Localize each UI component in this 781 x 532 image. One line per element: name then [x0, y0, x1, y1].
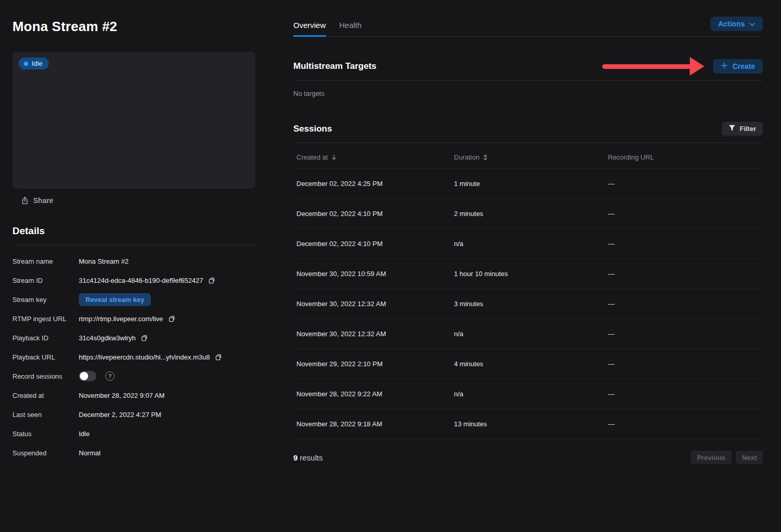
- session-row[interactable]: November 30, 2022 12:32 AM n/a —: [293, 319, 763, 349]
- session-row[interactable]: November 29, 2022 2:10 PM 4 minutes —: [293, 349, 763, 379]
- column-header-recording-url: Recording URL: [608, 153, 654, 161]
- column-header-created-at[interactable]: Created at: [296, 153, 336, 161]
- sessions-table-footer: 9 results Previous Next: [293, 451, 763, 464]
- copy-icon[interactable]: [168, 315, 175, 322]
- create-target-label: Create: [732, 62, 755, 70]
- detail-row-playback-id: Playback ID 31c4s0gdkw3wlryh: [12, 328, 255, 348]
- status-value: Idle: [79, 430, 90, 438]
- sessions-header: Sessions Filter: [293, 122, 763, 136]
- detail-row-playback-url: Playback URL https://livepeercdn.studio/…: [12, 348, 255, 367]
- detail-label: Playback ID: [12, 334, 79, 342]
- reveal-stream-key-button[interactable]: Reveal stream key: [79, 293, 151, 306]
- annotation-arrow-shaft: [602, 64, 690, 69]
- tabs-bar: Overview Health Actions: [293, 0, 763, 37]
- detail-row-created-at: Created at November 28, 2022 9:07 AM: [12, 386, 255, 405]
- toggle-knob: [80, 372, 88, 380]
- playback-url-value: https://livepeercdn.studio/hl...yh/index…: [79, 353, 210, 361]
- detail-label: Suspended: [12, 449, 79, 457]
- session-row[interactable]: November 30, 2022 12:32 AM 3 minutes —: [293, 289, 763, 319]
- results-label: results: [300, 453, 323, 462]
- session-recording-url: —: [608, 180, 763, 188]
- actions-button[interactable]: Actions: [711, 17, 763, 31]
- details-heading: Details: [12, 225, 255, 237]
- filter-button[interactable]: Filter: [722, 122, 763, 136]
- playback-id-value: 31c4s0gdkw3wlryh: [79, 334, 136, 342]
- created-at-value: November 28, 2022 9:07 AM: [79, 392, 165, 399]
- session-duration: 13 minutes: [454, 420, 608, 428]
- session-duration: n/a: [454, 240, 608, 248]
- stream-name-value: Mona Stream #2: [79, 257, 129, 265]
- stream-id-value: 31c4124d-edca-4846-b190-def9ef652427: [79, 277, 203, 284]
- help-icon[interactable]: ?: [105, 371, 115, 381]
- session-row[interactable]: December 02, 2022 4:10 PM 2 minutes —: [293, 199, 763, 229]
- create-target-button[interactable]: Create: [713, 59, 763, 74]
- share-label: Share: [33, 196, 53, 205]
- multistream-heading: Multistream Targets: [293, 61, 376, 71]
- session-created-at: November 30, 2022 12:32 AM: [296, 330, 454, 338]
- session-recording-url: —: [608, 300, 763, 308]
- session-row[interactable]: December 02, 2022 4:10 PM n/a —: [293, 229, 763, 259]
- tab-health[interactable]: Health: [339, 16, 362, 36]
- session-created-at: November 30, 2022 10:59 AM: [296, 270, 454, 278]
- column-label: Created at: [296, 153, 328, 161]
- session-created-at: November 28, 2022 9:22 AM: [296, 390, 454, 398]
- plus-icon: [721, 62, 728, 70]
- share-icon: [21, 196, 29, 205]
- detail-row-rtmp-url: RTMP ingest URL rtmp://rtmp.livepeer.com…: [12, 309, 255, 328]
- column-header-duration[interactable]: Duration: [454, 153, 488, 161]
- detail-label: Stream key: [12, 296, 79, 304]
- copy-icon[interactable]: [140, 334, 148, 341]
- annotation-arrow-head: [690, 57, 704, 76]
- suspended-value: Normal: [79, 449, 101, 457]
- session-row[interactable]: November 28, 2022 9:18 AM 13 minutes —: [293, 409, 763, 439]
- session-created-at: November 28, 2022 9:18 AM: [296, 420, 454, 428]
- sessions-heading: Sessions: [293, 124, 332, 134]
- session-recording-url: —: [608, 330, 763, 338]
- copy-icon[interactable]: [215, 353, 222, 361]
- session-recording-url: —: [608, 270, 763, 278]
- session-recording-url: —: [608, 390, 763, 398]
- results-count: 9: [293, 453, 297, 462]
- session-row[interactable]: November 28, 2022 9:22 AM n/a —: [293, 379, 763, 409]
- session-row[interactable]: November 30, 2022 10:59 AM 1 hour 10 min…: [293, 259, 763, 289]
- session-created-at: November 30, 2022 12:32 AM: [296, 300, 454, 308]
- sort-descending-icon: [332, 154, 336, 160]
- detail-label: Playback URL: [12, 353, 79, 361]
- annotation-arrow: [602, 57, 704, 76]
- sort-both-icon: [483, 154, 488, 161]
- stream-detail-page: Mona Stream #2 Idle Share Details Stream…: [0, 0, 781, 532]
- results-text: 9 results: [293, 453, 323, 462]
- rtmp-ingest-url-value: rtmp://rtmp.livepeer.com/live: [79, 315, 163, 323]
- session-created-at: December 02, 2022 4:10 PM: [296, 240, 454, 248]
- session-created-at: November 29, 2022 2:10 PM: [296, 360, 454, 368]
- filter-funnel-icon: [729, 125, 735, 133]
- multistream-divider: [293, 80, 763, 81]
- session-duration: 1 hour 10 minutes: [454, 270, 608, 278]
- detail-row-stream-key: Stream key Reveal stream key: [12, 290, 255, 309]
- filter-button-label: Filter: [740, 125, 756, 133]
- detail-label: Created at: [12, 392, 79, 399]
- video-player-placeholder: Idle: [12, 52, 255, 189]
- session-recording-url: —: [608, 360, 763, 368]
- share-button[interactable]: Share: [21, 196, 53, 205]
- status-dot-icon: [24, 62, 28, 66]
- tab-overview[interactable]: Overview: [293, 16, 326, 36]
- session-recording-url: —: [608, 420, 763, 428]
- record-sessions-toggle[interactable]: [79, 371, 96, 381]
- detail-label: RTMP ingest URL: [12, 315, 79, 323]
- detail-label: Stream name: [12, 257, 79, 265]
- session-duration: n/a: [454, 330, 608, 338]
- column-label: Duration: [454, 153, 479, 161]
- session-recording-url: —: [608, 210, 763, 218]
- multistream-header: Multistream Targets Create: [293, 59, 763, 74]
- pagination: Previous Next: [691, 451, 763, 464]
- previous-page-button[interactable]: Previous: [691, 451, 732, 464]
- sessions-table-header: Created at Duration: [293, 143, 763, 169]
- session-row[interactable]: December 02, 2022 4:25 PM 1 minute —: [293, 169, 763, 199]
- stream-content-column: Overview Health Actions Multistream Targ…: [293, 0, 763, 532]
- stream-summary-column: Mona Stream #2 Idle Share Details Stream…: [12, 0, 255, 532]
- session-duration: n/a: [454, 390, 608, 398]
- details-table: Stream name Mona Stream #2 Stream ID 31c…: [12, 252, 255, 463]
- next-page-button[interactable]: Next: [736, 451, 763, 464]
- copy-icon[interactable]: [208, 277, 215, 284]
